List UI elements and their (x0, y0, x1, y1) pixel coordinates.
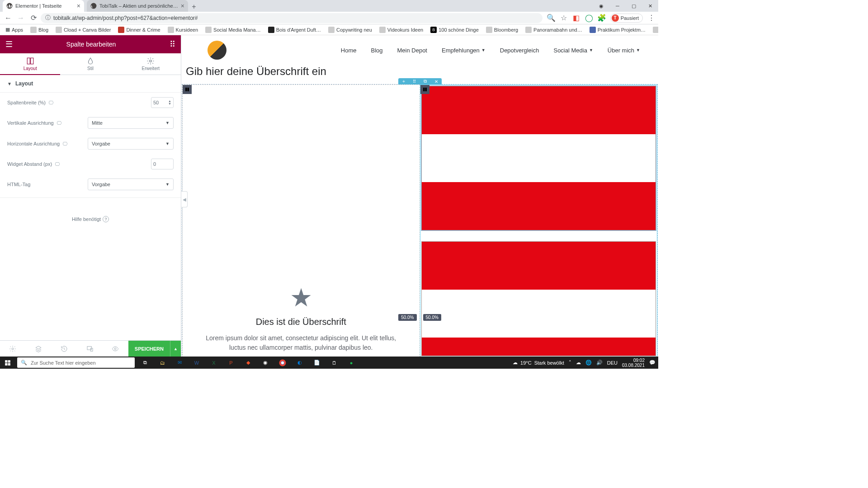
bookmark-item[interactable]: Praktikum WU (650, 27, 658, 33)
browser-tab-active[interactable]: Elementor | Testseite × (3, 0, 84, 12)
menu-icon[interactable]: ⋮ (647, 14, 656, 22)
section-header[interactable]: ▼ Layout (0, 75, 181, 93)
widgets-icon[interactable]: ⠿ (170, 39, 175, 49)
bookmark-item[interactable]: Panoramabahn und… (523, 27, 585, 33)
site-info-icon[interactable]: ⓘ (45, 14, 51, 22)
column-handle[interactable] (183, 85, 192, 94)
bookmark-item[interactable]: Blog (28, 27, 51, 33)
app-notepad[interactable]: 🗒 (326, 357, 343, 369)
account-icon[interactable]: ◉ (593, 0, 609, 12)
bookmark-item[interactable]: Kursideen (165, 27, 201, 33)
bookmark-item[interactable]: Copywriting neu (326, 27, 375, 33)
language-indicator[interactable]: DEU (607, 360, 618, 366)
vertical-align-select[interactable]: Mitte ▼ (88, 117, 174, 129)
forward-button[interactable]: → (15, 13, 26, 23)
reload-button[interactable]: ⟳ (28, 13, 39, 23)
onedrive-icon[interactable]: ☁ (576, 360, 581, 366)
nav-item[interactable]: Social Media▼ (553, 47, 593, 54)
volume-icon[interactable]: 🔊 (596, 360, 603, 366)
bookmark-star-icon[interactable]: ☆ (560, 14, 568, 22)
app-obs[interactable]: ◉ (257, 357, 274, 369)
html-tag-select[interactable]: Vorgabe ▼ (88, 178, 174, 190)
iconbox-widget[interactable]: ★ Dies ist die Überschrift Lorem ipsum d… (183, 85, 420, 357)
section[interactable]: ＋ ⠿ ⧉ ✕ 50.0% ★ Dies ist die Überschrift… (182, 84, 658, 357)
bookmark-item[interactable]: Videokurs Ideen (377, 27, 426, 33)
bookmark-item[interactable]: B100 schöne Dinge (428, 27, 481, 33)
bookmark-item[interactable]: Cload + Canva Bilder (53, 27, 113, 33)
close-button[interactable]: ✕ (642, 0, 658, 12)
extensions-icon[interactable]: 🧩 (598, 14, 606, 22)
responsive-button[interactable] (77, 341, 103, 357)
horizontal-align-select[interactable]: Vorgabe ▼ (88, 138, 174, 150)
app-chrome[interactable] (274, 357, 291, 369)
bookmark-item[interactable]: Bloomberg (483, 27, 521, 33)
save-options-button[interactable]: ▲ (170, 341, 181, 357)
spinner-icon[interactable]: ▲▼ (168, 100, 171, 105)
bookmark-item[interactable]: Dinner & Crime (115, 27, 163, 33)
widget-gap-input[interactable]: 0 (151, 159, 174, 169)
taskbar-search[interactable]: 🔍 Zur Suche Text hier eingeben (17, 357, 135, 368)
navigator-button[interactable] (26, 341, 52, 357)
tab-layout[interactable]: Layout (0, 53, 60, 75)
browser-tab[interactable]: TobiTalk – Aktien und persönliche… × (87, 0, 188, 12)
address-bar[interactable]: ⓘ tobitalk.at/wp-admin/post.php?post=627… (41, 13, 542, 23)
desktop-icon[interactable]: 🖵 (57, 120, 61, 126)
nav-item[interactable]: Über mich▼ (608, 47, 640, 54)
app-brave[interactable]: ◆ (240, 357, 257, 369)
start-button[interactable] (0, 357, 15, 369)
notifications-icon[interactable]: 💬 (649, 360, 656, 366)
duplicate-section-button[interactable]: ⧉ (420, 78, 431, 84)
network-icon[interactable]: 🌐 (585, 360, 592, 366)
clock[interactable]: 09:02 03.08.2021 (622, 358, 645, 368)
column-left[interactable]: 50.0% ★ Dies ist die Überschrift Lorem i… (182, 84, 420, 357)
preview-button[interactable] (103, 341, 128, 357)
back-button[interactable]: ← (3, 13, 14, 23)
close-icon[interactable]: × (77, 2, 80, 9)
maximize-button[interactable]: ▢ (626, 0, 642, 12)
image-widget[interactable] (421, 86, 656, 230)
menu-icon[interactable]: ☰ (5, 39, 13, 49)
desktop-icon[interactable]: 🖵 (48, 100, 53, 105)
column-right[interactable]: 50.0% (420, 84, 658, 357)
app-powerpoint[interactable]: P (222, 357, 240, 369)
bookmark-item[interactable]: Social Media Mana… (203, 27, 264, 33)
save-button[interactable]: SPEICHERN (128, 341, 170, 357)
zoom-icon[interactable]: 🔍 (547, 14, 555, 22)
history-button[interactable] (52, 341, 77, 357)
collapse-panel-button[interactable]: ◀ (181, 191, 188, 207)
app-excel[interactable]: X (205, 357, 222, 369)
tab-advanced[interactable]: Erweitert (121, 53, 181, 75)
task-view-button[interactable]: ⧉ (137, 357, 154, 369)
app-word[interactable]: W (188, 357, 205, 369)
tab-style[interactable]: Stil (60, 53, 120, 75)
edit-section-button[interactable]: ⠿ (409, 78, 420, 84)
extension-icon[interactable]: ◯ (585, 14, 593, 22)
settings-button[interactable] (0, 341, 26, 357)
app-mail[interactable]: ✉ (171, 357, 188, 369)
tray-overflow-icon[interactable]: ˄ (569, 360, 571, 366)
nav-item[interactable]: Home (341, 47, 357, 54)
nav-item[interactable]: Empfehlungen▼ (442, 47, 486, 54)
delete-section-button[interactable]: ✕ (431, 78, 442, 84)
desktop-icon[interactable]: 🖵 (62, 141, 67, 146)
desktop-icon[interactable]: 🖵 (55, 161, 60, 167)
profile-badge[interactable]: T Pausiert (610, 14, 643, 23)
help-link[interactable]: Hilfe benötigt ? (0, 198, 181, 240)
app-explorer[interactable]: 🗂 (154, 357, 171, 369)
site-logo[interactable] (208, 41, 226, 60)
close-icon[interactable]: × (181, 2, 184, 9)
minimize-button[interactable]: ─ (609, 0, 626, 12)
apps-button[interactable]: ▦Apps (3, 27, 26, 33)
add-section-button[interactable]: ＋ (398, 78, 409, 84)
nav-item[interactable]: Depotvergleich (500, 47, 539, 54)
nav-item[interactable]: Blog (371, 47, 382, 54)
app-reader[interactable]: 📄 (308, 357, 326, 369)
bookmark-item[interactable]: Bois d'Argent Duft… (265, 27, 324, 33)
column-handle[interactable] (420, 85, 429, 94)
nav-item[interactable]: Mein Depot (397, 47, 427, 54)
weather-widget[interactable]: ☁ 19°C Stark bewölkt (513, 360, 564, 366)
app-edge[interactable]: ◐ (291, 357, 308, 369)
column-width-input[interactable]: 50 ▲▼ (151, 97, 174, 108)
new-tab-button[interactable]: + (188, 2, 200, 12)
image-widget[interactable] (421, 241, 656, 356)
